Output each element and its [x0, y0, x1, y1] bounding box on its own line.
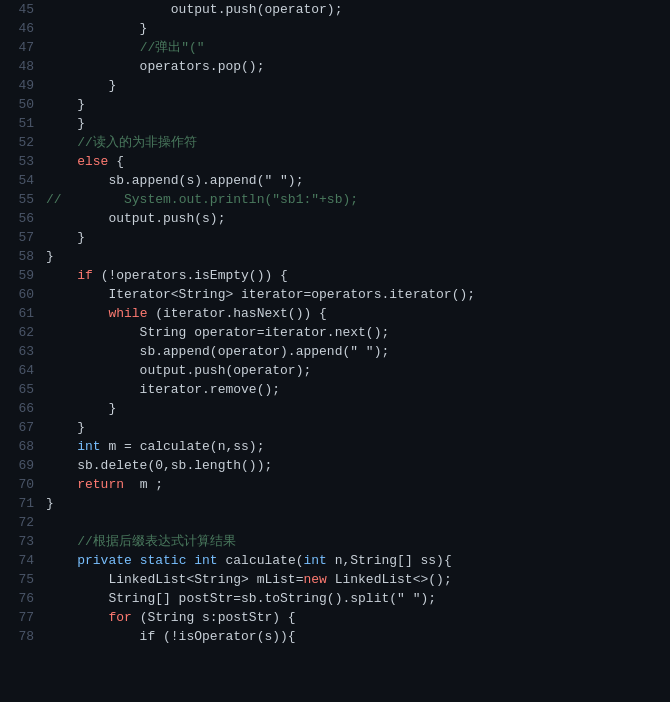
- code-line: output.push(operator);: [46, 361, 670, 380]
- code-line: String[] postStr=sb.toString().split(" "…: [46, 589, 670, 608]
- line-number: 75: [6, 570, 34, 589]
- line-number: 73: [6, 532, 34, 551]
- code-line: return m ;: [46, 475, 670, 494]
- code-line: sb.append(s).append(" ");: [46, 171, 670, 190]
- code-line: for (String s:postStr) {: [46, 608, 670, 627]
- line-number: 68: [6, 437, 34, 456]
- line-number: 62: [6, 323, 34, 342]
- code-line: }: [46, 399, 670, 418]
- line-number: 54: [6, 171, 34, 190]
- line-number: 67: [6, 418, 34, 437]
- code-line: }: [46, 76, 670, 95]
- code-line: private static int calculate(int n,Strin…: [46, 551, 670, 570]
- line-number: 77: [6, 608, 34, 627]
- code-line: }: [46, 95, 670, 114]
- code-line: iterator.remove();: [46, 380, 670, 399]
- line-number: 49: [6, 76, 34, 95]
- line-number: 53: [6, 152, 34, 171]
- code-line: sb.delete(0,sb.length());: [46, 456, 670, 475]
- code-line: operators.pop();: [46, 57, 670, 76]
- line-numbers: 4546474849505152535455565758596061626364…: [0, 0, 42, 702]
- line-number: 57: [6, 228, 34, 247]
- code-line: // System.out.println("sb1:"+sb);: [46, 190, 670, 209]
- code-line: sb.append(operator).append(" ");: [46, 342, 670, 361]
- line-number: 66: [6, 399, 34, 418]
- line-number: 48: [6, 57, 34, 76]
- line-number: 71: [6, 494, 34, 513]
- line-number: 61: [6, 304, 34, 323]
- line-number: 45: [6, 0, 34, 19]
- code-line: }: [46, 418, 670, 437]
- code-line: }: [46, 247, 670, 266]
- line-number: 56: [6, 209, 34, 228]
- code-line: if (!operators.isEmpty()) {: [46, 266, 670, 285]
- code-line: int m = calculate(n,ss);: [46, 437, 670, 456]
- line-number: 50: [6, 95, 34, 114]
- line-number: 76: [6, 589, 34, 608]
- code-line: }: [46, 19, 670, 38]
- line-number: 78: [6, 627, 34, 646]
- code-line: [46, 513, 670, 532]
- code-line: }: [46, 114, 670, 133]
- code-editor: 4546474849505152535455565758596061626364…: [0, 0, 670, 702]
- line-number: 64: [6, 361, 34, 380]
- code-line: //根据后缀表达式计算结果: [46, 532, 670, 551]
- code-line: if (!isOperator(s)){: [46, 627, 670, 646]
- line-number: 58: [6, 247, 34, 266]
- code-line: while (iterator.hasNext()) {: [46, 304, 670, 323]
- line-number: 55: [6, 190, 34, 209]
- code-line: output.push(s);: [46, 209, 670, 228]
- line-number: 46: [6, 19, 34, 38]
- line-number: 72: [6, 513, 34, 532]
- code-line: }: [46, 228, 670, 247]
- line-number: 52: [6, 133, 34, 152]
- line-number: 70: [6, 475, 34, 494]
- code-line: //读入的为非操作符: [46, 133, 670, 152]
- code-line: //弹出"(": [46, 38, 670, 57]
- code-content: output.push(operator); } //弹出"(" operato…: [42, 0, 670, 702]
- code-line: output.push(operator);: [46, 0, 670, 19]
- line-number: 65: [6, 380, 34, 399]
- code-line: else {: [46, 152, 670, 171]
- code-line: Iterator<String> iterator=operators.iter…: [46, 285, 670, 304]
- line-number: 60: [6, 285, 34, 304]
- code-line: LinkedList<String> mList=new LinkedList<…: [46, 570, 670, 589]
- line-number: 47: [6, 38, 34, 57]
- code-line: }: [46, 494, 670, 513]
- line-number: 74: [6, 551, 34, 570]
- line-number: 59: [6, 266, 34, 285]
- code-line: String operator=iterator.next();: [46, 323, 670, 342]
- line-number: 69: [6, 456, 34, 475]
- line-number: 63: [6, 342, 34, 361]
- line-number: 51: [6, 114, 34, 133]
